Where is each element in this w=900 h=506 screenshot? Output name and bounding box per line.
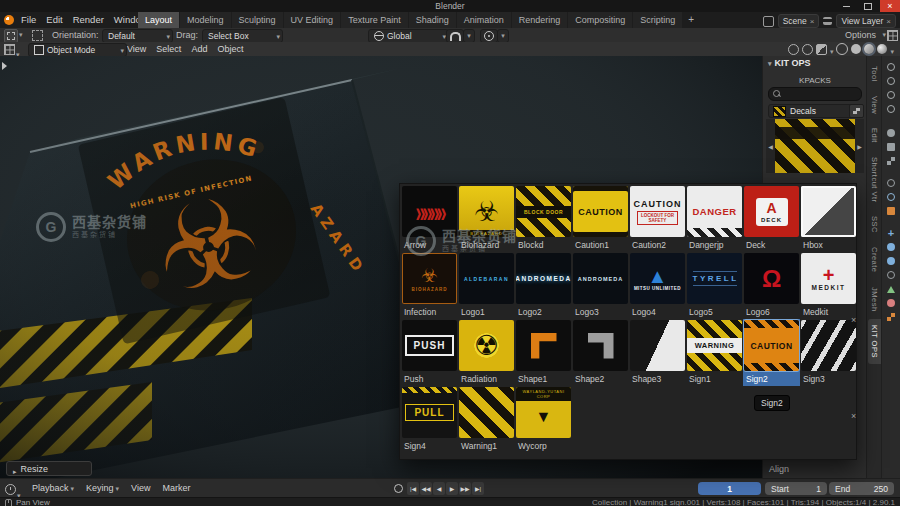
decal-item-hbox[interactable]: Hbox xyxy=(800,185,857,252)
kpack-search[interactable] xyxy=(768,87,862,101)
orientation-dropdown[interactable]: Default xyxy=(102,29,173,43)
editor-type-icon[interactable] xyxy=(4,44,15,55)
maximize-button[interactable] xyxy=(858,0,878,12)
prev-keyframe-button[interactable]: ◀◀ xyxy=(420,482,432,495)
options-menu[interactable]: Options xyxy=(845,28,876,42)
workspace-tab-sculpting[interactable]: Sculpting xyxy=(232,12,283,28)
show-overlays-icon[interactable] xyxy=(802,44,813,55)
add-workspace-button[interactable]: + xyxy=(683,12,699,28)
panel-close-icon[interactable] xyxy=(851,316,856,325)
clear-view-layer-icon[interactable] xyxy=(886,16,891,26)
close-button[interactable] xyxy=(880,0,900,12)
active-tool-icon[interactable] xyxy=(4,29,18,43)
decal-item-sign2[interactable]: CAUTIONSign2 xyxy=(743,319,800,386)
decal-item-caution1[interactable]: CAUTIONCaution1 xyxy=(572,185,629,252)
decal-item-caution2[interactable]: CAUTIONLOCKOUT FOR SAFETYCaution2 xyxy=(629,185,686,252)
eye-icon[interactable] xyxy=(887,102,895,116)
data-props-icon[interactable] xyxy=(887,282,895,296)
decal-item-shape3[interactable]: Shape3 xyxy=(629,319,686,386)
chevron-down-icon[interactable] xyxy=(19,29,23,39)
timeline-menu-view[interactable]: View xyxy=(125,479,156,498)
current-frame-field[interactable]: 1 xyxy=(698,482,761,495)
decal-item-logo1[interactable]: ALDEBARANLogo1 xyxy=(458,252,515,319)
sidebar-tab-create[interactable]: Create xyxy=(868,241,881,279)
crate-object[interactable]: WARNING HIGH RISK OF INFECTION ☣ AZARD xyxy=(0,68,436,478)
scene-props-icon[interactable] xyxy=(887,176,895,190)
jump-to-start-button[interactable]: |◀ xyxy=(407,482,419,495)
jump-to-end-button[interactable]: ▶| xyxy=(472,482,484,495)
physics-props-icon[interactable] xyxy=(887,254,895,268)
workspace-tab-animation[interactable]: Animation xyxy=(457,12,511,28)
sidebar-tab-edit[interactable]: Edit xyxy=(868,122,881,149)
constraints-props-icon[interactable] xyxy=(887,268,895,282)
scene-selector[interactable]: Scene xyxy=(778,14,820,28)
eye-icon[interactable] xyxy=(887,88,895,102)
toggle-xray-icon[interactable] xyxy=(816,44,827,55)
sidebar-tab-jmesh[interactable]: JMesh xyxy=(868,281,881,318)
workspace-tab-modeling[interactable]: Modeling xyxy=(180,12,231,28)
sidebar-tab-shortcut-vtr[interactable]: Shortcut Vtr xyxy=(868,151,881,209)
decal-item-warning1[interactable]: Warning1 xyxy=(458,386,515,453)
menu-render[interactable]: Render xyxy=(68,12,109,28)
decal-item-logo3[interactable]: ANDROMEDALogo3 xyxy=(572,252,629,319)
decal-item-logo4[interactable]: ▲MITSU UNLIMITEDLogo4 xyxy=(629,252,686,319)
auto-key-icon[interactable] xyxy=(394,484,403,493)
decal-item-logo2[interactable]: ANDROMEDALogo2 xyxy=(515,252,572,319)
workspace-tab-layout[interactable]: Layout xyxy=(138,12,179,28)
workspace-tab-compositing[interactable]: Compositing xyxy=(568,12,632,28)
decal-item-push[interactable]: PUSHPush xyxy=(401,319,458,386)
workspace-tab-shading[interactable]: Shading xyxy=(409,12,456,28)
decal-preview-image[interactable] xyxy=(775,119,855,173)
prev-decal-button[interactable]: ◀ xyxy=(766,119,775,173)
mode-dropdown[interactable]: Object Mode xyxy=(28,43,127,57)
viewlayer-props-icon[interactable] xyxy=(887,154,895,168)
show-gizmo-icon[interactable] xyxy=(788,44,799,55)
shading-solid-icon[interactable] xyxy=(851,44,861,54)
timeline-menu-keying[interactable]: Keying xyxy=(80,479,125,498)
shading-wireframe-icon[interactable] xyxy=(836,43,848,55)
panel-close-icon[interactable] xyxy=(851,412,856,421)
sidebar-tab-view[interactable]: View xyxy=(868,90,881,120)
workspace-tab-scripting[interactable]: Scripting xyxy=(633,12,682,28)
eye-icon[interactable] xyxy=(887,74,895,88)
decal-item-biohazard[interactable]: ☣BIOHAZARDBiohazard xyxy=(458,185,515,252)
view-layer-selector[interactable]: View Layer xyxy=(836,14,896,28)
shading-rendered-icon[interactable] xyxy=(877,44,887,54)
sidebar-tab-ssc[interactable]: SSC xyxy=(868,210,881,239)
snap-options-dropdown[interactable] xyxy=(463,29,475,43)
blender-logo-icon[interactable] xyxy=(4,15,14,25)
proportional-edit-toggle[interactable] xyxy=(480,29,498,43)
snap-toggle[interactable] xyxy=(446,29,464,43)
material-props-icon[interactable] xyxy=(887,296,895,310)
decal-item-wycorp[interactable]: ▼WAYLAND-YUTANI CORPWycorp xyxy=(515,386,572,453)
decal-item-logo6[interactable]: ΩLogo6 xyxy=(743,252,800,319)
texture-props-icon[interactable] xyxy=(887,310,895,324)
decal-item-shape1[interactable]: Shape1 xyxy=(515,319,572,386)
eye-icon[interactable] xyxy=(887,60,895,74)
frame-end-field[interactable]: End 250 xyxy=(829,482,894,495)
expand-toolbar-button[interactable] xyxy=(2,62,7,70)
decal-item-infection[interactable]: ☣BIOHAZARDInfection xyxy=(401,252,458,319)
timeline-editor-icon[interactable] xyxy=(5,484,16,495)
drag-dropdown[interactable]: Select Box xyxy=(202,29,283,43)
menu-file[interactable]: File xyxy=(16,12,41,28)
decal-item-sign3[interactable]: Sign3 xyxy=(800,319,857,386)
viewport-menu-view[interactable]: View xyxy=(122,42,151,56)
particles-props-icon[interactable] xyxy=(887,240,895,254)
search-input[interactable] xyxy=(783,88,859,100)
world-props-icon[interactable] xyxy=(887,190,895,204)
sidebar-tab-kit-ops[interactable]: KIT OPS xyxy=(868,319,881,364)
chevron-down-icon[interactable] xyxy=(768,58,772,68)
shading-material-icon[interactable] xyxy=(864,44,874,54)
decal-item-shape2[interactable]: Shape2 xyxy=(572,319,629,386)
decal-item-medkit[interactable]: +MEDKITMedkit xyxy=(800,252,857,319)
play-reverse-button[interactable]: ◀ xyxy=(433,482,445,495)
decal-item-dangerjp[interactable]: DANGERDangerjp xyxy=(686,185,743,252)
output-props-icon[interactable] xyxy=(887,140,895,154)
chevron-down-icon[interactable] xyxy=(882,29,886,39)
clear-scene-icon[interactable] xyxy=(810,16,815,26)
minimize-button[interactable] xyxy=(836,0,856,12)
viewport-menu-select[interactable]: Select xyxy=(151,42,186,56)
next-decal-button[interactable]: ▶ xyxy=(855,119,864,173)
modifier-props-icon[interactable]: + xyxy=(888,226,894,240)
